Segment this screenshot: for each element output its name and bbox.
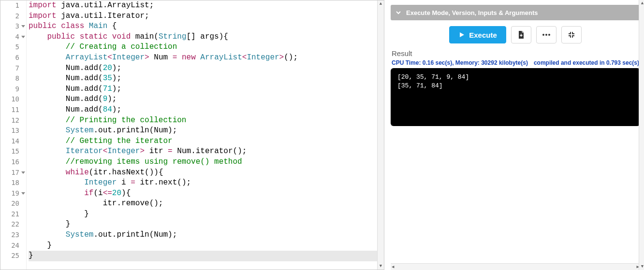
code-line[interactable]: Num.add(9);: [29, 94, 377, 105]
fullscreen-button[interactable]: [561, 26, 582, 43]
line-number: 1: [0, 0, 26, 11]
code-line[interactable]: // Creating a collection: [29, 42, 377, 53]
scroll-down-icon[interactable]: ▼: [378, 263, 384, 270]
output-pane: Execute Mode, Version, Inputs & Argument…: [387, 0, 644, 270]
code-line[interactable]: }: [29, 241, 377, 251]
code-line[interactable]: System.out.println(Num);: [29, 230, 377, 241]
chevron-down-icon: [395, 10, 401, 15]
line-number: 5: [0, 42, 26, 53]
cpu-memory-stat: CPU Time: 0.16 sec(s), Memory: 30292 kil…: [392, 59, 528, 66]
code-line[interactable]: public static void main(String[] args){: [29, 32, 377, 43]
line-number: 2: [0, 11, 26, 22]
output-vertical-scrollbar[interactable]: ▲ ▼: [639, 0, 644, 270]
line-number: 18: [0, 178, 26, 188]
line-number: 22: [0, 219, 26, 230]
line-number: 3: [0, 21, 26, 32]
svg-point-0: [542, 34, 544, 36]
line-number: 15: [0, 146, 26, 157]
execute-button-label: Execute: [469, 31, 497, 39]
line-number: 19: [0, 188, 26, 199]
line-number: 10: [0, 94, 26, 105]
line-number: 7: [0, 63, 26, 74]
code-line[interactable]: import java.util.Iterator;: [29, 11, 377, 22]
scroll-left-icon[interactable]: ◀: [392, 264, 394, 270]
code-line[interactable]: while(itr.hasNext()){: [29, 168, 377, 178]
line-number-gutter: 1234567891011121314151617181920212223242…: [0, 0, 27, 270]
output-toolbar: Execute: [391, 20, 640, 49]
code-line[interactable]: Num.add(20);: [29, 63, 377, 74]
execution-stats: CPU Time: 0.16 sec(s), Memory: 30292 kil…: [392, 59, 639, 66]
collapse-bar-label: Execute Mode, Version, Inputs & Argument…: [406, 9, 538, 16]
code-line[interactable]: Integer i = itr.next();: [29, 178, 377, 188]
save-file-icon: [517, 30, 525, 39]
line-number: 12: [0, 115, 26, 126]
editor-vertical-scrollbar[interactable]: ▲ ▼: [377, 0, 384, 270]
code-line[interactable]: }: [29, 251, 377, 261]
compile-time-stat: compiled and executed in 0.793 sec(s): [534, 59, 639, 66]
code-line[interactable]: }: [29, 219, 377, 230]
code-line[interactable]: // Printing the collection: [29, 115, 377, 126]
svg-point-1: [545, 34, 547, 36]
code-line[interactable]: Iterator<Integer> itr = Num.iterator();: [29, 146, 377, 157]
code-line[interactable]: itr.remove();: [29, 199, 377, 209]
line-number: 9: [0, 84, 26, 95]
line-number: 16: [0, 157, 26, 168]
scroll-up-icon[interactable]: ▲: [639, 0, 644, 7]
ellipsis-icon: [542, 33, 551, 36]
code-line[interactable]: if(i<=20){: [29, 188, 377, 199]
console-output[interactable]: [20, 35, 71, 9, 84] [35, 71, 84]: [391, 68, 640, 126]
scroll-up-icon[interactable]: ▲: [378, 0, 384, 7]
line-number: 14: [0, 136, 26, 147]
execute-mode-collapse-bar[interactable]: Execute Mode, Version, Inputs & Argument…: [391, 5, 640, 20]
play-icon: [458, 31, 465, 38]
line-number: 24: [0, 241, 26, 251]
line-number: 11: [0, 105, 26, 115]
svg-point-2: [548, 34, 550, 36]
code-line[interactable]: import java.util.ArrayList;: [29, 0, 377, 11]
code-line[interactable]: ArrayList<Integer> Num = new ArrayList<I…: [29, 53, 377, 63]
line-number: 6: [0, 53, 26, 63]
more-options-button[interactable]: [536, 26, 556, 43]
code-line[interactable]: Num.add(35);: [29, 73, 377, 84]
code-line[interactable]: }: [29, 209, 377, 220]
app-root: 1234567891011121314151617181920212223242…: [0, 0, 644, 270]
line-number: 25: [0, 251, 26, 261]
collapse-fullscreen-icon: [568, 31, 575, 39]
line-number: 21: [0, 209, 26, 220]
code-line[interactable]: // Getting the iterator: [29, 136, 377, 147]
line-number: 8: [0, 73, 26, 84]
code-line[interactable]: Num.add(71);: [29, 84, 377, 95]
execute-button[interactable]: Execute: [449, 26, 506, 43]
code-line[interactable]: public class Main {: [29, 21, 377, 32]
output-horizontal-scrollbar[interactable]: ◀ ▶: [391, 263, 640, 270]
line-number: 4: [0, 32, 26, 43]
line-number: 20: [0, 199, 26, 209]
line-number: 17: [0, 168, 26, 178]
result-label: Result: [392, 49, 639, 57]
code-editor-pane: 1234567891011121314151617181920212223242…: [0, 0, 384, 270]
code-line[interactable]: //removing items using remove() method: [29, 157, 377, 168]
code-line[interactable]: Num.add(84);: [29, 105, 377, 115]
line-number: 23: [0, 230, 26, 241]
save-button[interactable]: [511, 26, 531, 43]
scroll-down-icon[interactable]: ▼: [639, 263, 644, 270]
code-line[interactable]: System.out.println(Num);: [29, 126, 377, 136]
code-editor[interactable]: import java.util.ArrayList;import java.u…: [27, 0, 377, 270]
line-number: 13: [0, 126, 26, 136]
